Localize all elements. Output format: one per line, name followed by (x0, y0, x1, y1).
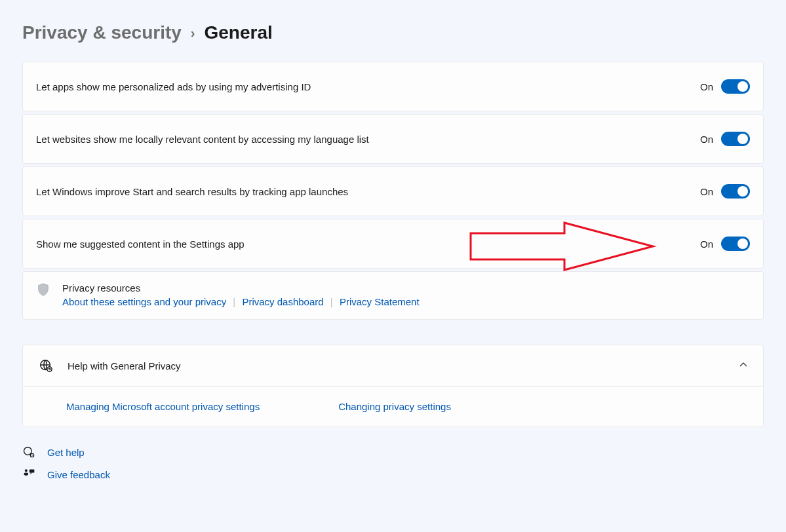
svg-point-5 (25, 469, 28, 472)
help-link-manage-account[interactable]: Managing Microsoft account privacy setti… (66, 401, 260, 412)
setting-card-suggested-content: Show me suggested content in the Setting… (22, 219, 764, 269)
setting-card-language-list: Let websites show me locally relevant co… (22, 114, 764, 164)
toggle-suggested-content[interactable] (721, 237, 750, 251)
chevron-right-icon: › (191, 26, 195, 41)
setting-label: Show me suggested content in the Setting… (36, 238, 700, 250)
globe-help-icon (39, 358, 53, 373)
link-divider: | (330, 296, 333, 307)
help-expander: Help with General Privacy Managing Micro… (22, 345, 764, 427)
svg-point-1 (47, 367, 52, 371)
toggle-state-text: On (700, 134, 713, 145)
toggle-advertising-id[interactable] (721, 79, 750, 94)
get-help-link[interactable]: Get help (47, 447, 85, 458)
link-about-settings[interactable]: About these settings and your privacy (62, 296, 226, 307)
setting-card-track-app-launches: Let Windows improve Start and search res… (22, 166, 764, 216)
link-divider: | (233, 296, 235, 307)
help-expander-header[interactable]: Help with General Privacy (23, 345, 763, 386)
breadcrumb-current: General (204, 22, 272, 43)
link-privacy-dashboard[interactable]: Privacy dashboard (242, 296, 323, 307)
svg-rect-7 (29, 470, 35, 473)
toggle-state-text: On (700, 238, 713, 250)
toggle-state-text: On (700, 81, 713, 92)
setting-label: Let websites show me locally relevant co… (36, 134, 700, 145)
link-privacy-statement[interactable]: Privacy Statement (340, 296, 420, 307)
privacy-resources-card: Privacy resources About these settings a… (22, 271, 764, 320)
svg-point-2 (24, 447, 32, 455)
help-expander-title: Help with General Privacy (68, 360, 725, 371)
help-link-change-privacy[interactable]: Changing privacy settings (338, 401, 451, 412)
shield-icon (36, 282, 50, 297)
give-feedback-link[interactable]: Give feedback (47, 469, 110, 480)
privacy-resources-title: Privacy resources (62, 282, 420, 294)
svg-rect-6 (24, 473, 29, 476)
toggle-track-app-launches[interactable] (721, 184, 750, 199)
chevron-up-icon (739, 360, 747, 371)
privacy-resources-links: About these settings and your privacy | … (62, 296, 420, 307)
footer-links: ? Get help Give feedback (22, 446, 764, 481)
setting-label: Let apps show me personalized ads by usi… (36, 81, 700, 92)
help-expander-body: Managing Microsoft account privacy setti… (23, 386, 763, 427)
setting-label: Let Windows improve Start and search res… (36, 186, 700, 197)
toggle-state-text: On (700, 186, 713, 197)
setting-card-advertising-id: Let apps show me personalized ads by usi… (22, 62, 764, 111)
help-icon: ? (22, 446, 35, 459)
breadcrumb-parent[interactable]: Privacy & security (22, 22, 182, 43)
toggle-language-list[interactable] (721, 132, 750, 146)
feedback-icon (22, 468, 35, 481)
breadcrumb: Privacy & security › General (22, 22, 764, 43)
